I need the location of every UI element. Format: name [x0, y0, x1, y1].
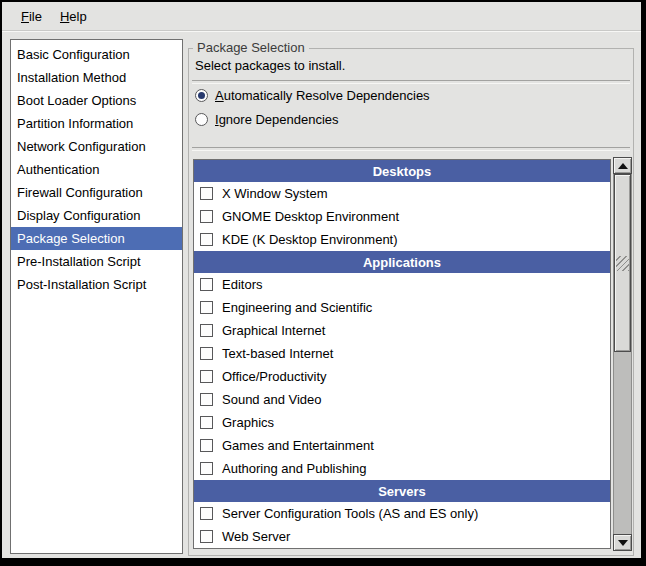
checkbox-unchecked-icon[interactable]: [200, 324, 213, 337]
sidebar-item-label: Authentication: [17, 162, 99, 177]
sidebar-item-label: Basic Configuration: [17, 47, 130, 62]
arrow-down-icon: [618, 540, 628, 546]
sidebar-item[interactable]: Boot Loader Options: [11, 89, 182, 112]
package-row[interactable]: Graphical Internet: [194, 319, 610, 342]
sidebar-item[interactable]: Pre-Installation Script: [11, 250, 182, 273]
separator: [192, 147, 630, 151]
package-group-header-label: Servers: [378, 484, 426, 499]
sidebar-item-label: Boot Loader Options: [17, 93, 136, 108]
sidebar-item-label: Installation Method: [17, 70, 126, 85]
radio-button-icon[interactable]: [195, 113, 208, 126]
checkbox-unchecked-icon[interactable]: [200, 347, 213, 360]
checkbox-unchecked-icon[interactable]: [200, 187, 213, 200]
radio-label: Ignore Dependencies: [215, 112, 339, 127]
package-label: Editors: [222, 277, 262, 292]
sidebar-item[interactable]: Post-Installation Script: [11, 273, 182, 296]
sidebar-item[interactable]: Firewall Configuration: [11, 181, 182, 204]
scrollbar-track[interactable]: [613, 174, 632, 534]
package-label: GNOME Desktop Environment: [222, 209, 399, 224]
separator: [192, 80, 630, 84]
package-row[interactable]: GNOME Desktop Environment: [194, 205, 610, 228]
sidebar-nav: Basic Configuration Installation Method …: [10, 39, 183, 554]
menu-help[interactable]: Help: [51, 6, 96, 27]
package-row[interactable]: Server Configuration Tools (AS and ES on…: [194, 502, 610, 525]
scroll-down-button[interactable]: [613, 534, 632, 551]
checkbox-unchecked-icon[interactable]: [200, 416, 213, 429]
sidebar-item-label: Package Selection: [17, 231, 125, 246]
package-group-header-label: Applications: [363, 255, 441, 270]
package-label: Office/Productivity: [222, 369, 327, 384]
checkbox-unchecked-icon[interactable]: [200, 530, 213, 543]
checkbox-unchecked-icon[interactable]: [200, 233, 213, 246]
package-row[interactable]: Text-based Internet: [194, 342, 610, 365]
checkbox-unchecked-icon[interactable]: [200, 301, 213, 314]
package-group-header: Applications: [194, 251, 610, 273]
sidebar-item-label: Post-Installation Script: [17, 277, 146, 292]
package-label: Games and Entertainment: [222, 438, 374, 453]
package-row[interactable]: Office/Productivity: [194, 365, 610, 388]
package-row[interactable]: X Window System: [194, 182, 610, 205]
sidebar-item-label: Partition Information: [17, 116, 133, 131]
package-row[interactable]: Editors: [194, 273, 610, 296]
sidebar-item[interactable]: Installation Method: [11, 66, 182, 89]
package-selection-frame: Package Selection Select packages to ins…: [188, 48, 634, 556]
checkbox-unchecked-icon[interactable]: [200, 507, 213, 520]
sidebar-item-label: Display Configuration: [17, 208, 141, 223]
radio-resolve-dependencies[interactable]: Automatically Resolve Dependencies: [195, 87, 430, 103]
package-row[interactable]: Web Server: [194, 525, 610, 548]
menu-file[interactable]: File: [12, 6, 51, 27]
radio-ignore-dependencies[interactable]: Ignore Dependencies: [195, 111, 339, 127]
frame-title: Package Selection: [193, 40, 309, 55]
package-row[interactable]: Graphics: [194, 411, 610, 434]
package-label: Text-based Internet: [222, 346, 333, 361]
app-window: File Help Basic Configuration Installati…: [0, 0, 646, 566]
sidebar-item[interactable]: Package Selection: [11, 227, 182, 250]
package-group-header: Servers: [194, 480, 610, 502]
checkbox-unchecked-icon[interactable]: [200, 370, 213, 383]
package-row[interactable]: Sound and Video: [194, 388, 610, 411]
package-group-header: Desktops: [194, 160, 610, 182]
sidebar-item-label: Network Configuration: [17, 139, 146, 154]
package-label: Graphical Internet: [222, 323, 325, 338]
package-label: X Window System: [222, 186, 327, 201]
radio-label: Automatically Resolve Dependencies: [215, 88, 430, 103]
package-label: Web Server: [222, 529, 290, 544]
checkbox-unchecked-icon[interactable]: [200, 393, 213, 406]
sidebar-item[interactable]: Network Configuration: [11, 135, 182, 158]
package-group-header-label: Desktops: [373, 164, 432, 179]
scroll-up-button[interactable]: [613, 157, 632, 174]
sidebar-item[interactable]: Basic Configuration: [11, 43, 182, 66]
package-list: Desktops X Window System GNOME Desktop E…: [193, 159, 611, 549]
scrollbar-thumb[interactable]: [614, 174, 631, 352]
sidebar-item[interactable]: Partition Information: [11, 112, 182, 135]
package-label: Server Configuration Tools (AS and ES on…: [222, 506, 478, 521]
sidebar-item[interactable]: Authentication: [11, 158, 182, 181]
package-label: Sound and Video: [222, 392, 322, 407]
grip-icon: [616, 256, 629, 271]
package-label: Authoring and Publishing: [222, 461, 367, 476]
menubar: File Help: [2, 2, 641, 31]
package-row[interactable]: KDE (K Desktop Environment): [194, 228, 610, 251]
package-label: Graphics: [222, 415, 274, 430]
sidebar-item[interactable]: Display Configuration: [11, 204, 182, 227]
checkbox-unchecked-icon[interactable]: [200, 462, 213, 475]
package-row[interactable]: Engineering and Scientific: [194, 296, 610, 319]
radio-button-icon[interactable]: [195, 89, 208, 102]
sidebar-item-label: Pre-Installation Script: [17, 254, 141, 269]
package-row[interactable]: Games and Entertainment: [194, 434, 610, 457]
checkbox-unchecked-icon[interactable]: [200, 210, 213, 223]
checkbox-unchecked-icon[interactable]: [200, 278, 213, 291]
sidebar-item-label: Firewall Configuration: [17, 185, 143, 200]
description-text: Select packages to install.: [195, 58, 345, 73]
package-row[interactable]: Authoring and Publishing: [194, 457, 610, 480]
vertical-scrollbar: [613, 157, 632, 551]
arrow-up-icon: [618, 163, 628, 169]
checkbox-unchecked-icon[interactable]: [200, 439, 213, 452]
package-label: KDE (K Desktop Environment): [222, 232, 398, 247]
package-label: Engineering and Scientific: [222, 300, 372, 315]
